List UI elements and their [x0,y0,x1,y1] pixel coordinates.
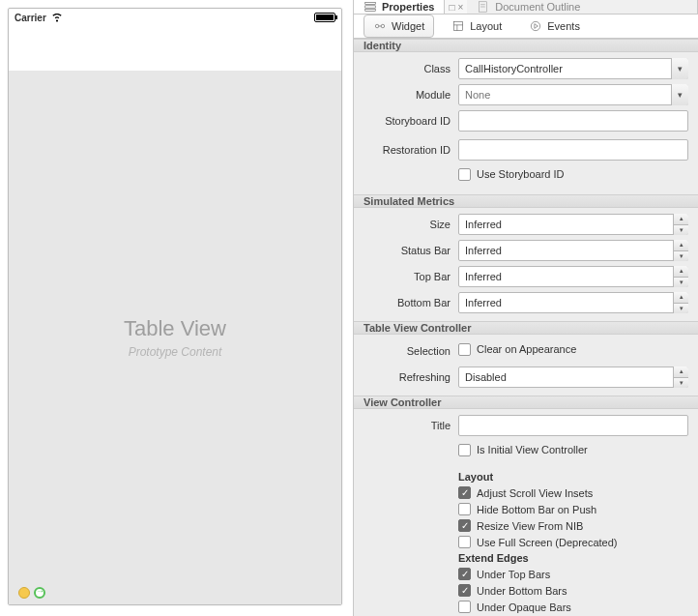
svg-point-7 [381,24,385,28]
subtab-widget[interactable]: Widget [364,15,434,38]
doc-outline-icon [477,0,490,14]
adjust-insets-label: Adjust Scroll View Insets [477,487,593,499]
under-bottom-checkbox[interactable] [458,584,471,597]
is-initial-label: Is Initial View Controller [477,444,588,455]
under-opaque-checkbox[interactable] [458,601,471,613]
subtab-layout-label: Layout [470,20,502,32]
storyboard-id-label: Storyboard ID [364,115,458,127]
module-label: Module [364,89,458,101]
under-bottom-label: Under Bottom Bars [477,585,567,597]
subtab-layout[interactable]: Layout [442,15,511,38]
layout-subheader: Layout [458,471,688,483]
use-storyboard-id-label: Use Storyboard ID [477,168,564,180]
section-metrics-header: Simulated Metrics [354,194,698,208]
section-tvc: Selection Clear on Appearance Refreshing… [354,335,698,396]
tab-properties-label: Properties [382,1,434,13]
bottombar-label: Bottom Bar [364,297,458,308]
statusbar-stepper[interactable]: ▴▾ [673,240,688,261]
close-icon[interactable]: × [457,2,463,13]
storyboard-id-input[interactable] [458,110,688,132]
pane-tabs: Properties □ × Document Outline [354,0,698,15]
properties-icon [364,0,377,14]
first-responder-icon[interactable] [18,587,30,599]
topbar-stepper[interactable]: ▴▾ [673,266,688,287]
bottombar-select[interactable] [458,292,688,313]
exit-icon[interactable] [34,587,45,599]
refreshing-select[interactable] [458,367,688,388]
module-combobox[interactable] [458,84,688,105]
svg-rect-1 [365,6,376,8]
use-full-screen-checkbox[interactable] [458,536,471,548]
resize-from-nib-label: Resize View From NIB [477,520,583,532]
restoration-id-label: Restoration ID [364,144,458,156]
resize-from-nib-checkbox[interactable] [458,519,471,532]
undock-icon[interactable]: □ [449,2,454,13]
scene-dock [18,587,45,599]
section-vc-header: View Controller [354,396,698,409]
extend-edges-subheader: Extend Edges [458,552,688,564]
section-identity: Class ▾ Module ▾ Storyboard ID Restorati… [354,52,698,194]
class-dropdown-button[interactable]: ▾ [671,58,688,79]
widget-icon [373,19,387,33]
use-storyboard-id-checkbox[interactable] [458,168,471,181]
storyboard-canvas: Carrier Table View Prototype Content [0,0,353,616]
subtab-events[interactable]: Events [519,15,590,38]
bottombar-stepper[interactable]: ▴▾ [673,292,688,313]
is-initial-checkbox[interactable] [458,444,471,456]
size-label: Size [364,219,458,230]
class-combobox[interactable] [458,58,688,79]
section-vc: Title Is Initial View Controller Layout … [354,409,698,616]
hide-bottom-bar-label: Hide Bottom Bar on Push [477,504,596,515]
size-stepper[interactable]: ▴▾ [673,214,688,235]
svg-point-12 [532,21,540,30]
svg-rect-9 [454,21,463,30]
layout-icon [451,19,465,33]
tab-controls: □ × [445,0,467,14]
size-select[interactable] [458,214,688,235]
restoration-id-input[interactable] [458,139,688,161]
title-input[interactable] [458,415,688,436]
under-opaque-label: Under Opaque Bars [477,601,571,613]
selection-label: Selection [364,345,458,357]
section-identity-header: Identity [354,39,698,52]
table-view-title: Table View [124,316,226,341]
refreshing-label: Refreshing [364,371,458,383]
phone-frame: Carrier Table View Prototype Content [8,8,342,605]
clear-on-appearance-label: Clear on Appearance [477,343,576,355]
statusbar-select[interactable] [458,240,688,261]
svg-rect-2 [365,9,376,11]
carrier-label: Carrier [15,13,46,23]
battery-icon [314,13,335,22]
wifi-icon [50,10,64,25]
subtab-events-label: Events [547,20,580,32]
clear-on-appearance-checkbox[interactable] [458,343,471,356]
topbar-select[interactable] [458,266,688,287]
use-full-screen-label: Use Full Screen (Deprecated) [477,537,618,548]
section-tvc-header: Table View Controller [354,321,698,335]
svg-rect-0 [365,2,376,4]
class-label: Class [364,63,458,74]
inspector-subtabs: Widget Layout Events [354,15,698,39]
events-icon [529,19,542,33]
under-top-checkbox[interactable] [458,568,471,580]
refreshing-stepper[interactable]: ▴▾ [673,367,688,388]
svg-point-6 [375,24,379,28]
adjust-insets-checkbox[interactable] [458,486,471,499]
module-dropdown-button[interactable]: ▾ [671,84,688,105]
tab-properties[interactable]: Properties [354,0,445,14]
statusbar-label: Status Bar [364,245,458,256]
tab-document-outline[interactable]: Document Outline [467,0,698,14]
title-label: Title [364,420,458,431]
subtab-widget-label: Widget [392,20,424,32]
section-metrics: Size ▴▾ Status Bar ▴▾ Top Bar ▴▾ Bottom … [354,208,698,321]
hide-bottom-bar-checkbox[interactable] [458,503,471,515]
tab-doc-outline-label: Document Outline [495,1,580,13]
table-view-placeholder[interactable]: Table View Prototype Content [9,71,341,604]
status-bar: Carrier [9,9,341,26]
table-view-subtitle: Prototype Content [129,345,222,359]
under-top-label: Under Top Bars [477,569,550,580]
properties-pane: Properties □ × Document Outline Widget L… [353,0,698,616]
topbar-label: Top Bar [364,271,458,282]
